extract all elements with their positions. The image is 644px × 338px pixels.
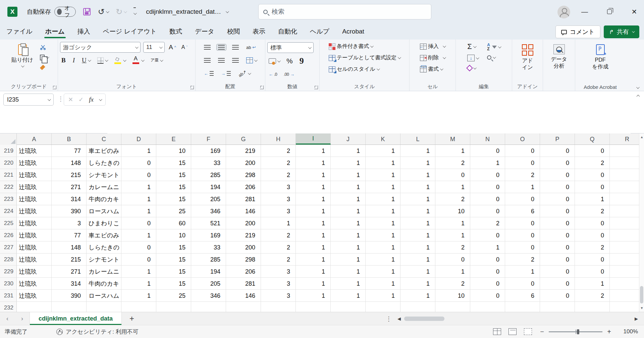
accounting-format-button[interactable] bbox=[267, 58, 281, 64]
cell-G220[interactable]: 200 bbox=[226, 157, 261, 169]
format-as-table-button[interactable]: テーブルとして書式設定 bbox=[327, 54, 401, 62]
cell-R225[interactable] bbox=[610, 217, 639, 229]
cell-B225[interactable]: 3 bbox=[52, 217, 87, 229]
page-break-view-icon[interactable] bbox=[524, 328, 532, 335]
cell-R221[interactable] bbox=[610, 169, 639, 181]
cell-Q228[interactable]: 0 bbox=[575, 253, 610, 265]
row-header-230[interactable]: 230 bbox=[0, 278, 17, 289]
cell-B220[interactable]: 148 bbox=[52, 157, 87, 169]
cell-M231[interactable]: 10 bbox=[435, 290, 470, 301]
cell-O228[interactable]: 2 bbox=[505, 253, 540, 265]
cell-F220[interactable]: 33 bbox=[191, 157, 226, 169]
cell-O231[interactable]: 6 bbox=[505, 290, 540, 301]
cell-R230[interactable] bbox=[610, 278, 639, 289]
enter-icon[interactable]: ✓ bbox=[78, 96, 84, 103]
cell-E231[interactable]: 25 bbox=[156, 290, 191, 301]
vertical-scroll-thumb[interactable] bbox=[640, 286, 643, 303]
cell-J222[interactable]: 1 bbox=[331, 181, 366, 193]
scroll-up-icon[interactable]: ▲ bbox=[639, 133, 644, 141]
bold-button[interactable]: B bbox=[60, 56, 67, 65]
sheet-nav-right-icon[interactable]: › bbox=[15, 312, 30, 325]
cell-K228[interactable]: 1 bbox=[366, 253, 400, 265]
underline-button[interactable]: U bbox=[80, 56, 92, 65]
cell-P224[interactable]: 0 bbox=[540, 205, 575, 217]
cancel-icon[interactable]: ✕ bbox=[68, 96, 73, 103]
cell-G221[interactable]: 298 bbox=[226, 169, 261, 181]
cell-C220[interactable]: しらたきの bbox=[87, 157, 121, 169]
column-header-I[interactable]: I bbox=[296, 133, 331, 145]
cell-B227[interactable]: 148 bbox=[52, 241, 87, 253]
cell-K219[interactable]: 1 bbox=[366, 145, 400, 157]
cell-P220[interactable]: 0 bbox=[540, 157, 575, 169]
cell-C223[interactable]: 牛肉のカキ bbox=[87, 193, 121, 205]
cell-H219[interactable]: 2 bbox=[261, 145, 296, 157]
borders-button[interactable] bbox=[96, 57, 109, 64]
row-header-229[interactable]: 229 bbox=[0, 266, 17, 277]
cell-O222[interactable]: 1 bbox=[505, 181, 540, 193]
column-header-Q[interactable]: Q bbox=[575, 133, 610, 145]
fill-button[interactable]: ↓ bbox=[466, 54, 480, 62]
cell-B226[interactable]: 77 bbox=[52, 229, 87, 241]
ribbon-tab-6[interactable]: 校閲 bbox=[221, 23, 246, 40]
cell-R226[interactable] bbox=[610, 229, 639, 241]
ribbon-tab-1[interactable]: ホーム bbox=[39, 23, 71, 40]
column-header-J[interactable]: J bbox=[331, 133, 366, 145]
cell-M222[interactable]: 1 bbox=[435, 181, 470, 193]
cell-H224[interactable]: 3 bbox=[261, 205, 296, 217]
cell-R232[interactable] bbox=[610, 302, 639, 312]
ribbon-tab-8[interactable]: 自動化 bbox=[272, 23, 304, 40]
cell-K230[interactable]: 1 bbox=[366, 278, 400, 289]
cell-Q225[interactable]: 0 bbox=[575, 217, 610, 229]
cell-P231[interactable]: 0 bbox=[540, 290, 575, 301]
cell-P230[interactable]: 0 bbox=[540, 278, 575, 289]
cell-M225[interactable]: 1 bbox=[435, 217, 470, 229]
format-painter-button[interactable] bbox=[39, 64, 50, 71]
cell-Q232[interactable] bbox=[575, 302, 610, 312]
cell-I219[interactable]: 1 bbox=[296, 145, 331, 157]
cell-N219[interactable]: 0 bbox=[470, 145, 505, 157]
cell-I231[interactable]: 1 bbox=[296, 290, 331, 301]
cell-C231[interactable]: ロースハム bbox=[87, 290, 121, 301]
cell-B224[interactable]: 390 bbox=[52, 205, 87, 217]
paste-button[interactable]: 貼り付け bbox=[8, 42, 37, 69]
cell-L222[interactable]: 1 bbox=[400, 181, 435, 193]
cell-styles-button[interactable]: セルのスタイル bbox=[327, 65, 380, 73]
find-select-button[interactable] bbox=[486, 55, 502, 60]
tab-options-kebab-icon[interactable]: ⋮ bbox=[386, 312, 392, 325]
cell-K220[interactable]: 1 bbox=[366, 157, 400, 169]
cell-H223[interactable]: 3 bbox=[261, 193, 296, 205]
copy-button[interactable] bbox=[39, 54, 50, 61]
column-header-D[interactable]: D bbox=[121, 133, 156, 145]
page-layout-view-icon[interactable] bbox=[508, 328, 517, 335]
font-family-select[interactable]: 游ゴシック bbox=[60, 42, 141, 53]
cell-N220[interactable]: 1 bbox=[470, 157, 505, 169]
cell-I220[interactable]: 1 bbox=[296, 157, 331, 169]
cell-L221[interactable]: 1 bbox=[400, 169, 435, 181]
cell-B228[interactable]: 215 bbox=[52, 253, 87, 265]
cell-Q231[interactable]: 2 bbox=[575, 290, 610, 301]
cell-D224[interactable]: 1 bbox=[121, 205, 156, 217]
cell-E221[interactable]: 15 bbox=[156, 169, 191, 181]
cell-E230[interactable]: 15 bbox=[156, 278, 191, 289]
cell-F223[interactable]: 205 bbox=[191, 193, 226, 205]
italic-button[interactable]: I bbox=[71, 56, 76, 65]
cell-L226[interactable]: 1 bbox=[400, 229, 435, 241]
ribbon-tab-3[interactable]: ページ レイアウト bbox=[97, 23, 163, 40]
cell-M229[interactable]: 1 bbox=[435, 266, 470, 277]
cut-button[interactable] bbox=[39, 44, 50, 51]
cell-Q223[interactable]: 1 bbox=[575, 193, 610, 205]
row-header-224[interactable]: 224 bbox=[0, 205, 17, 217]
cell-G219[interactable]: 219 bbox=[226, 145, 261, 157]
name-box[interactable]: I235 bbox=[3, 94, 54, 106]
cell-H231[interactable]: 3 bbox=[261, 290, 296, 301]
cell-D221[interactable]: 0 bbox=[121, 169, 156, 181]
cell-K221[interactable]: 1 bbox=[366, 169, 400, 181]
cell-P222[interactable]: 0 bbox=[540, 181, 575, 193]
cell-P225[interactable]: 0 bbox=[540, 217, 575, 229]
column-header-O[interactable]: O bbox=[505, 133, 540, 145]
cell-D225[interactable]: 0 bbox=[121, 217, 156, 229]
cell-F228[interactable]: 285 bbox=[191, 253, 226, 265]
cell-P227[interactable]: 0 bbox=[540, 241, 575, 253]
cell-I226[interactable]: 1 bbox=[296, 229, 331, 241]
align-right-button[interactable] bbox=[231, 57, 240, 63]
